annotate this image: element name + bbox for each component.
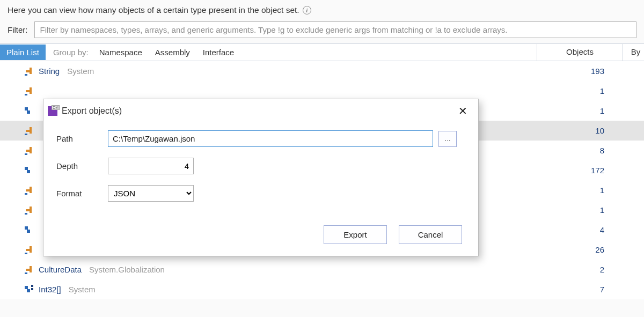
export-button[interactable]: Export xyxy=(324,225,387,244)
svg-rect-17 xyxy=(30,187,32,193)
toolbar: Plain List Group by: Namespace Assembly … xyxy=(0,43,644,61)
svg-rect-14 xyxy=(25,167,28,170)
svg-rect-22 xyxy=(25,226,28,230)
svg-rect-30 xyxy=(25,286,28,289)
row-main: CultureDataSystem.Globalization xyxy=(0,265,537,275)
group-by-label: Group by: xyxy=(49,45,93,60)
filter-row: Filter: xyxy=(0,19,644,43)
row-objects-count[interactable]: 1 xyxy=(537,205,623,215)
svg-rect-15 xyxy=(27,170,30,173)
type-icon xyxy=(25,265,34,275)
svg-rect-10 xyxy=(25,134,27,135)
svg-rect-20 xyxy=(30,207,32,213)
svg-rect-2 xyxy=(25,74,27,76)
type-icon xyxy=(25,245,34,255)
type-name: String xyxy=(39,67,60,76)
row-objects-count[interactable]: 8 xyxy=(537,146,623,155)
tab-interface[interactable]: Interface xyxy=(196,45,240,60)
svg-rect-28 xyxy=(30,266,32,272)
type-icon xyxy=(25,146,34,156)
type-icon xyxy=(25,186,34,195)
svg-rect-26 xyxy=(25,253,27,254)
row-objects-count[interactable]: 26 xyxy=(537,245,623,254)
description-text: Here you can view how many objects of a … xyxy=(8,5,299,15)
row-main xyxy=(0,86,537,96)
svg-rect-21 xyxy=(25,213,27,215)
svg-rect-6 xyxy=(25,107,28,110)
depth-input[interactable] xyxy=(108,158,194,174)
svg-rect-25 xyxy=(30,246,32,253)
app-icon xyxy=(48,106,57,116)
format-label: Format xyxy=(56,189,108,198)
svg-rect-9 xyxy=(30,127,32,134)
row-main: StringSystem xyxy=(0,67,537,76)
svg-rect-12 xyxy=(30,147,32,153)
svg-rect-23 xyxy=(27,230,30,233)
toolbar-left: Plain List Group by: Namespace Assembly … xyxy=(0,44,537,61)
type-icon xyxy=(25,166,34,175)
filter-label: Filter: xyxy=(8,25,28,34)
svg-rect-33 xyxy=(31,288,33,290)
browse-button[interactable]: ... xyxy=(438,131,457,147)
type-icon xyxy=(25,106,34,116)
row-objects-count[interactable]: 193 xyxy=(537,67,623,76)
row-objects-count[interactable]: 172 xyxy=(537,166,623,175)
dialog-body: Path ... Depth Format JSON xyxy=(43,127,478,218)
info-icon[interactable]: i xyxy=(303,6,311,14)
svg-rect-4 xyxy=(30,87,32,94)
depth-row: Depth xyxy=(56,158,465,174)
cancel-button[interactable]: Cancel xyxy=(399,225,462,244)
type-icon xyxy=(25,285,34,294)
svg-rect-13 xyxy=(25,153,27,155)
format-row: Format JSON xyxy=(56,185,465,202)
table-row[interactable]: Int32[]System7 xyxy=(0,279,644,299)
tab-namespace[interactable]: Namespace xyxy=(93,45,149,60)
row-objects-count[interactable]: 10 xyxy=(537,126,623,135)
type-icon xyxy=(25,225,34,235)
filter-input[interactable] xyxy=(34,21,637,38)
tab-plain-list[interactable]: Plain List xyxy=(0,45,46,60)
dialog-buttons: Export Cancel xyxy=(43,218,478,256)
table-row[interactable]: CultureDataSystem.Globalization2 xyxy=(0,260,644,279)
type-icon xyxy=(25,67,34,76)
export-dialog: Export object(s) ✕ Path ... Depth Format… xyxy=(43,99,479,256)
svg-rect-1 xyxy=(30,68,32,74)
row-objects-count[interactable]: 7 xyxy=(537,285,623,294)
svg-rect-29 xyxy=(25,272,27,274)
type-icon xyxy=(25,205,34,215)
row-objects-count[interactable]: 1 xyxy=(537,106,623,115)
svg-rect-7 xyxy=(27,110,30,114)
path-label: Path xyxy=(56,134,108,143)
type-icon xyxy=(25,86,34,96)
close-icon[interactable]: ✕ xyxy=(454,104,472,119)
row-objects-count[interactable]: 1 xyxy=(537,186,623,195)
type-namespace: System xyxy=(69,285,96,294)
tab-assembly[interactable]: Assembly xyxy=(149,45,196,60)
type-namespace: System.Globalization xyxy=(89,265,165,274)
svg-rect-18 xyxy=(25,193,27,195)
page-description: Here you can view how many objects of a … xyxy=(0,0,644,19)
dialog-title: Export object(s) xyxy=(62,106,450,116)
type-name: Int32[] xyxy=(39,285,61,294)
table-row[interactable]: 1 xyxy=(0,81,644,101)
path-input[interactable] xyxy=(108,130,433,147)
svg-rect-5 xyxy=(25,94,27,95)
type-icon xyxy=(25,126,34,136)
type-name: CultureData xyxy=(39,265,82,274)
svg-rect-31 xyxy=(27,289,30,292)
row-objects-count[interactable]: 1 xyxy=(537,86,623,95)
column-header-objects[interactable]: Objects xyxy=(537,44,623,61)
dialog-titlebar: Export object(s) ✕ xyxy=(43,99,478,127)
column-header-bytes[interactable]: By xyxy=(623,44,644,61)
type-namespace: System xyxy=(67,67,94,76)
table-row[interactable]: StringSystem193 xyxy=(0,61,644,81)
row-objects-count[interactable]: 4 xyxy=(537,225,623,234)
row-main: Int32[]System xyxy=(0,285,537,294)
svg-rect-32 xyxy=(31,285,33,287)
format-select[interactable]: JSON xyxy=(108,185,194,202)
row-objects-count[interactable]: 2 xyxy=(537,265,623,274)
depth-label: Depth xyxy=(56,161,108,171)
path-row: Path ... xyxy=(56,130,465,147)
